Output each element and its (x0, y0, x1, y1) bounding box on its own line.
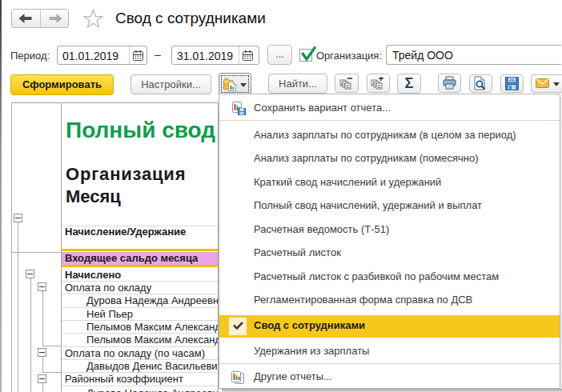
svg-text:C: C (378, 84, 382, 89)
svg-text:C: C (347, 84, 351, 89)
